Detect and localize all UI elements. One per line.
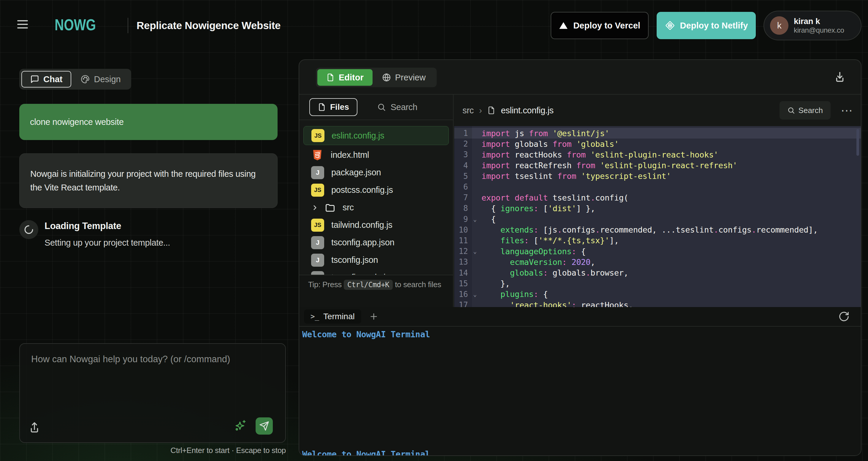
file-row-eslint.config.js[interactable]: JSeslint.config.js: [303, 126, 449, 145]
file-name: tsconfig.app.json: [331, 238, 395, 248]
fold-chevron-icon[interactable]: ⌄: [472, 248, 482, 255]
download-icon[interactable]: [834, 70, 848, 84]
line-number: 12: [454, 247, 472, 256]
new-terminal-icon[interactable]: [369, 312, 378, 321]
fold-chevron-icon[interactable]: ⌄: [472, 291, 482, 298]
line-number: 16: [454, 290, 472, 299]
file-row-index.html[interactable]: index.html: [303, 146, 449, 164]
code-editor: src › eslint.config.js Search ⋯ 1import …: [454, 95, 861, 307]
code-line-7: 7export default tseslint.config(: [454, 192, 861, 203]
avatar: k: [770, 16, 788, 35]
code-text: import reactHooks from 'eslint-plugin-re…: [482, 150, 718, 159]
line-number: 14: [454, 268, 472, 277]
loading-title: Loading Template: [44, 221, 121, 231]
code-text: export default tseslint.config(: [482, 193, 628, 202]
json-file-icon: J: [311, 166, 324, 179]
user-menu[interactable]: k kiran k kiran@qunex.co: [764, 11, 862, 40]
code-text: import globals from 'globals': [482, 139, 619, 149]
code-text: { ignores: ['dist'] },: [482, 204, 595, 213]
code-area[interactable]: 1import js from '@eslint/js'2import glob…: [454, 126, 861, 307]
terminal-welcome-line-clipped: Welcome to NowgAI Terminal: [302, 450, 430, 456]
code-text: plugins: {: [482, 290, 548, 299]
line-number: 10: [454, 226, 472, 234]
line-number: 13: [454, 258, 472, 266]
file-name: tsconfig.json: [331, 255, 378, 265]
send-button[interactable]: [256, 418, 273, 435]
file-list: JSeslint.config.jsindex.htmlJpackage.jso…: [299, 120, 453, 275]
file-name: tailwind.config.js: [331, 220, 393, 230]
fold-chevron-icon[interactable]: ⌄: [472, 216, 482, 223]
refresh-icon[interactable]: [838, 311, 849, 322]
code-text: languageOptions: {: [482, 247, 586, 256]
code-text: import tseslint from 'typescript-eslint': [482, 171, 671, 180]
editor-scrollbar[interactable]: [857, 129, 859, 156]
file-name: tsconfig.node.json: [331, 273, 399, 275]
file-row-tailwind.config.js[interactable]: JStailwind.config.js: [303, 216, 449, 234]
file-row-tsconfig.node.json[interactable]: Jtsconfig.node.json: [303, 269, 449, 275]
folder-icon: [325, 202, 336, 213]
palette-icon: [81, 75, 90, 84]
file-search-button[interactable]: Search: [377, 102, 417, 112]
netlify-icon: [665, 20, 675, 31]
file-name: index.html: [331, 150, 369, 160]
breadcrumb: src › eslint.config.js Search ⋯: [454, 95, 861, 126]
chat-bubble-icon: [30, 75, 39, 84]
line-number: 6: [454, 183, 472, 191]
line-number: 4: [454, 161, 472, 170]
breadcrumb-dir[interactable]: src: [463, 106, 474, 116]
line-number: 3: [454, 150, 472, 159]
js-file-icon: JS: [311, 129, 324, 142]
chevron-right-icon: ›: [479, 105, 482, 116]
code-line-13: 13 ecmaVersion: 2020,: [454, 257, 861, 267]
file-icon: [318, 103, 326, 111]
tab-editor[interactable]: Editor: [317, 69, 373, 86]
sparkles-icon[interactable]: [234, 419, 247, 432]
html-file-icon: [311, 149, 323, 161]
code-text: 'react-hooks': reactHooks,: [482, 300, 633, 307]
workspace-panel: Editor Preview Files Search JSeslint.con…: [299, 59, 862, 456]
code-line-4: 4import reactRefresh from 'eslint-plugin…: [454, 160, 861, 171]
file-name: src: [343, 203, 354, 212]
chat-shortcut-hint: Ctrl+Enter to start · Escape to stop: [19, 446, 286, 455]
chat-design-tabs: Chat Design: [19, 69, 131, 90]
tab-chat[interactable]: Chat: [21, 71, 71, 88]
file-row-tsconfig.app.json[interactable]: Jtsconfig.app.json: [303, 234, 449, 251]
deploy-vercel-button[interactable]: Deploy to Vercel: [551, 12, 649, 39]
file-row-tsconfig.json[interactable]: Jtsconfig.json: [303, 251, 449, 269]
code-line-6: 6: [454, 182, 861, 192]
line-number: 9: [454, 215, 472, 224]
code-line-11: 11 files: ['**/*.{ts,tsx}'],: [454, 235, 861, 246]
line-number: 1: [454, 129, 472, 138]
line-number: 5: [454, 172, 472, 180]
code-line-9: 9⌄ {: [454, 214, 861, 225]
editor-search-button[interactable]: Search: [779, 101, 831, 120]
code-line-3: 3import reactHooks from 'eslint-plugin-r…: [454, 149, 861, 160]
file-row-postcss.config.js[interactable]: JSpostcss.config.js: [303, 181, 449, 199]
menu-icon[interactable]: [17, 19, 29, 30]
file-row-package.json[interactable]: Jpackage.json: [303, 164, 449, 181]
workspace-topbar: Editor Preview: [299, 60, 861, 95]
upload-button[interactable]: [28, 420, 42, 435]
json-file-icon: J: [311, 236, 324, 249]
tab-preview[interactable]: Preview: [373, 69, 435, 86]
terminal-output[interactable]: Welcome to NowgAI Terminal Welcome to No…: [299, 327, 861, 455]
code-line-15: 15 },: [454, 278, 861, 289]
deploy-netlify-button[interactable]: Deploy to Netlify: [657, 12, 756, 39]
assistant-message-bubble: Nowgai is initializing your project with…: [19, 153, 278, 208]
code-line-5: 5import tseslint from 'typescript-eslint…: [454, 171, 861, 182]
file-row-src[interactable]: src: [303, 199, 449, 216]
breadcrumb-file: eslint.config.js: [501, 106, 553, 116]
more-options-icon[interactable]: ⋯: [841, 107, 852, 113]
code-text: ecmaVersion: 2020,: [482, 258, 595, 267]
terminal-tab[interactable]: >_ Terminal: [304, 309, 361, 324]
chevron-right-icon: [311, 204, 319, 211]
tab-design[interactable]: Design: [72, 71, 129, 88]
loading-subtitle: Setting up your project template...: [44, 238, 170, 248]
file-name: package.json: [331, 168, 381, 177]
vercel-icon: [559, 21, 568, 30]
file-icon: [326, 73, 335, 81]
code-line-1: 1import js from '@eslint/js': [454, 128, 861, 138]
files-button[interactable]: Files: [309, 98, 358, 116]
code-text: globals: globals.browser,: [482, 268, 628, 277]
file-name: eslint.config.js: [332, 131, 384, 141]
